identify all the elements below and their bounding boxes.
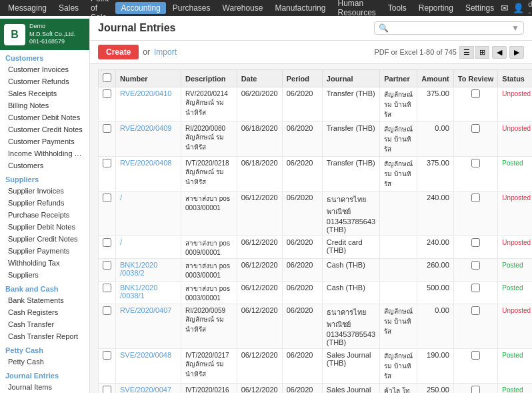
row-checkbox[interactable] <box>99 236 116 259</box>
table-row[interactable]: RVE/2020/0407 RI/2020/0059 สัญลักษณ์ รมน… <box>99 304 533 349</box>
sidebar-item-customer-refunds[interactable]: Customer Refunds <box>0 75 89 87</box>
row-status: Unposted <box>498 87 532 122</box>
row-number[interactable]: SVE/2020/0047 <box>116 384 181 394</box>
row-to-review[interactable] <box>453 259 498 282</box>
row-to-review[interactable] <box>453 282 498 304</box>
sidebar-item-supplier-credit-notes[interactable]: Supplier Credit Notes <box>0 233 89 245</box>
create-button[interactable]: Create <box>98 45 139 59</box>
row-amount: 240.00 <box>417 236 454 259</box>
table-row[interactable]: BNK1/2020 /0038/2 สาขาส่งบา pos 0003/000… <box>99 259 533 282</box>
row-to-review[interactable] <box>453 236 498 259</box>
sidebar-item-sales-receipts[interactable]: Sales Receipts <box>0 87 89 99</box>
row-checkbox[interactable] <box>99 259 116 282</box>
row-period: 06/2020 <box>282 259 322 282</box>
sidebar-item-journal-items[interactable]: Journal Items <box>0 381 89 393</box>
row-amount: 240.00 <box>417 191 454 236</box>
row-to-review[interactable] <box>453 157 498 191</box>
row-number[interactable]: RVE/2020/0409 <box>116 122 181 157</box>
row-date: 06/18/2020 <box>237 122 282 157</box>
table-row[interactable]: RVE/2020/0410 RV/2020/0214 สัญลักษณ์ รมน… <box>99 87 533 122</box>
envelope-icon[interactable]: ✉ <box>501 3 509 13</box>
search-clear-icon[interactable]: ▼ <box>511 23 519 33</box>
sidebar-item-billing-notes[interactable]: Billing Notes <box>0 99 89 111</box>
sidebar-item-purchase-receipts[interactable]: Purchase Receipts <box>0 209 89 221</box>
menu-purchases[interactable]: Purchases <box>167 2 216 14</box>
table-row[interactable]: / สาขาส่งบา pos 0003/00001 06/12/2020 06… <box>99 191 533 236</box>
menu-manufacturing[interactable]: Manufacturing <box>269 2 331 14</box>
row-number[interactable]: / <box>116 191 181 236</box>
header-to-review: To Review <box>453 70 498 87</box>
row-number[interactable]: BNK1/2020 /0038/1 <box>116 282 181 304</box>
sidebar-item-income-withholding-tax[interactable]: Income Withholding Tax <box>0 147 89 159</box>
row-checkbox[interactable] <box>99 282 116 304</box>
row-checkbox[interactable] <box>99 87 116 122</box>
select-all-checkbox[interactable] <box>103 73 111 82</box>
sidebar-item-supplier-payments[interactable]: Supplier Payments <box>0 245 89 257</box>
table-row[interactable]: SVE/2020/0047 IVT/2020/0216 ค้าไล โทเลอร… <box>99 384 533 394</box>
header-date: Date <box>237 70 282 87</box>
user-avatar-icon[interactable]: 👤 <box>513 3 524 13</box>
grid-view-button[interactable]: ⊞ <box>475 46 489 59</box>
sidebar-item-cash-transfer[interactable]: Cash Transfer <box>0 318 89 330</box>
menubar: Messaging Sales Point of Sale Accounting… <box>0 0 532 16</box>
prev-page-button[interactable]: ◀ <box>492 46 507 59</box>
menu-accounting[interactable]: Accounting <box>115 2 165 14</box>
sidebar-item-customer-payments[interactable]: Customer Payments <box>0 135 89 147</box>
row-journal: Cash (THB) <box>322 282 379 304</box>
sidebar-item-supplier-invoices[interactable]: Supplier Invoices <box>0 185 89 197</box>
row-number[interactable]: RVE/2020/0410 <box>116 87 181 122</box>
row-to-review[interactable] <box>453 122 498 157</box>
row-to-review[interactable] <box>453 384 498 394</box>
table-row[interactable]: SVE/2020/0048 IVT/2020/0217 สัญลักษณ์ รม… <box>99 349 533 384</box>
logo-text: Demo M.D.Soft Co.,Ltd. 081-6168579 <box>29 23 75 46</box>
table-row[interactable]: BNK1/2020 /0038/1 สาขาส่งบา pos 0003/000… <box>99 282 533 304</box>
row-checkbox[interactable] <box>99 191 116 236</box>
row-to-review[interactable] <box>453 304 498 349</box>
sidebar-item-customers[interactable]: Customers <box>0 159 89 171</box>
next-page-button[interactable]: ▶ <box>509 46 524 59</box>
menu-messaging[interactable]: Messaging <box>3 2 52 14</box>
row-checkbox[interactable] <box>99 349 116 384</box>
sidebar-item-cash-transfer-report[interactable]: Cash Transfer Report <box>0 330 89 342</box>
table-row[interactable]: RVE/2020/0409 RI/2020/0080 สัญลักษณ์ รมน… <box>99 122 533 157</box>
sidebar-item-withholding-tax[interactable]: Withholding Tax <box>0 257 89 269</box>
header-checkbox[interactable] <box>99 70 116 87</box>
search-box[interactable]: 🔍 ▼ <box>374 21 524 35</box>
sidebar-item-petty-cash[interactable]: Petty Cash <box>0 356 89 368</box>
table-row[interactable]: / สาขาส่งบา pos 0009/00001 06/12/2020 06… <box>99 236 533 259</box>
sidebar-item-customer-debit-notes[interactable]: Customer Debit Notes <box>0 111 89 123</box>
header-journal: Journal <box>322 70 379 87</box>
search-icon: 🔍 <box>379 23 389 33</box>
import-link[interactable]: Import <box>154 47 177 57</box>
row-number[interactable]: / <box>116 236 181 259</box>
sidebar-item-suppliers[interactable]: Suppliers <box>0 269 89 281</box>
sidebar-item-customer-credit-notes[interactable]: Customer Credit Notes <box>0 123 89 135</box>
row-to-review[interactable] <box>453 349 498 384</box>
row-number[interactable]: RVE/2020/0408 <box>116 157 181 191</box>
table-row[interactable]: RVE/2020/0408 IVT/2020/0218 สัญลักษณ์ รม… <box>99 157 533 191</box>
row-checkbox[interactable] <box>99 304 116 349</box>
menu-warehouse[interactable]: Warehouse <box>217 2 269 14</box>
row-number[interactable]: SVE/2020/0048 <box>116 349 181 384</box>
row-to-review[interactable] <box>453 87 498 122</box>
sidebar-item-bank-statements[interactable]: Bank Statements <box>0 294 89 306</box>
row-checkbox[interactable] <box>99 157 116 191</box>
menu-reporting[interactable]: Reporting <box>413 2 459 14</box>
sidebar-item-supplier-debit-notes[interactable]: Supplier Debit Notes <box>0 221 89 233</box>
row-number[interactable]: RVE/2020/0407 <box>116 304 181 349</box>
menu-tools[interactable]: Tools <box>383 2 412 14</box>
sidebar-item-customer-invoices[interactable]: Customer Invoices <box>0 63 89 75</box>
sidebar-item-supplier-refunds[interactable]: Supplier Refunds <box>0 197 89 209</box>
row-to-review[interactable] <box>453 191 498 236</box>
row-description: IVT/2020/0216 ค้าไล โทเลอร์ <box>181 384 237 394</box>
sidebar-item-cash-registers[interactable]: Cash Registers <box>0 306 89 318</box>
row-number[interactable]: BNK1/2020 /0038/2 <box>116 259 181 282</box>
menu-sales[interactable]: Sales <box>53 2 84 14</box>
sidebar: B Demo M.D.Soft Co.,Ltd. 081-6168579 Cus… <box>0 16 90 393</box>
search-input[interactable] <box>391 23 511 33</box>
row-checkbox[interactable] <box>99 122 116 157</box>
row-amount: 250.00 <box>417 384 454 394</box>
list-view-button[interactable]: ☰ <box>459 46 474 59</box>
menu-settings[interactable]: Settings <box>460 2 499 14</box>
row-checkbox[interactable] <box>99 384 116 394</box>
